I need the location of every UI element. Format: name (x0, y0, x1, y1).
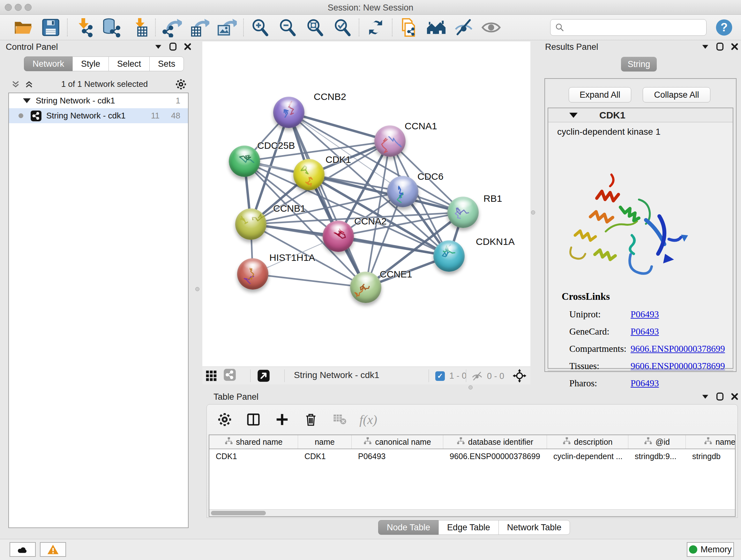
node-CDC6[interactable] (387, 176, 418, 207)
delete-columns-button[interactable] (302, 411, 319, 428)
scrollbar-thumb[interactable] (211, 511, 266, 515)
collapse-all-button[interactable]: Collapse All (643, 87, 711, 103)
collection-collapse-icon[interactable] (23, 98, 30, 103)
cell-canonical-name[interactable]: P06493 (352, 452, 443, 461)
share-view-button[interactable] (223, 369, 236, 382)
results-tab-string[interactable]: String (621, 57, 657, 71)
node-CDKN1A[interactable] (433, 240, 465, 272)
memory-button[interactable]: Memory (687, 542, 734, 557)
table-tab-network-table[interactable]: Network Table (498, 520, 570, 535)
show-all-button[interactable] (477, 17, 505, 38)
tab-select[interactable]: Select (109, 57, 150, 71)
selected-checkbox-icon[interactable]: ✓ (435, 371, 445, 381)
import-table-from-file-button[interactable] (125, 17, 152, 38)
expand-all-networks-icon[interactable] (11, 79, 20, 89)
column-header-namespace[interactable]: namespace (686, 435, 736, 449)
column-header-shared-name[interactable]: shared name (209, 435, 298, 449)
search-input[interactable] (568, 22, 702, 32)
cell-description[interactable]: cyclin-dependent ... (547, 452, 628, 461)
export-network-button[interactable] (158, 17, 186, 38)
open-session-button[interactable] (10, 17, 37, 38)
close-panel-icon[interactable] (730, 42, 740, 54)
open-in-new-button[interactable] (257, 369, 270, 382)
help-button[interactable]: ? (715, 18, 733, 37)
node-CCNA1[interactable] (374, 125, 406, 157)
section-collapse-icon[interactable] (569, 113, 578, 118)
table-horizontal-scrollbar[interactable] (209, 509, 735, 516)
apply-preferred-layout-button[interactable] (362, 17, 389, 38)
warnings-button[interactable] (40, 542, 66, 557)
column-header-database-identifier[interactable]: database identifier (443, 435, 547, 449)
cell-name[interactable]: CDK1 (298, 452, 352, 461)
float-panel-icon[interactable] (715, 391, 725, 404)
zoom-in-button[interactable] (246, 17, 274, 38)
collapse-panel-icon[interactable] (153, 42, 163, 54)
toolbar-separator (243, 18, 244, 37)
crosslink-compartments-link[interactable]: 9606.ENSP00000378699 (630, 344, 725, 354)
first-neighbors-button[interactable] (422, 17, 450, 38)
cell--id[interactable]: stringdb:9... (628, 452, 686, 461)
node-table[interactable]: shared namenamecanonical namedatabase id… (209, 435, 736, 517)
close-panel-icon[interactable] (183, 42, 193, 54)
column-header-name[interactable]: name (298, 435, 352, 449)
export-image-button[interactable] (213, 17, 241, 38)
zoom-selected-button[interactable] (329, 17, 356, 38)
float-panel-icon[interactable] (168, 42, 178, 54)
crosslink-pharos-link[interactable]: P06493 (630, 378, 659, 388)
tab-network[interactable]: Network (24, 57, 73, 71)
search-box[interactable] (550, 19, 706, 36)
import-network-from-file-button[interactable] (70, 17, 98, 38)
float-panel-icon[interactable] (715, 42, 725, 54)
hide-selected-button[interactable] (450, 17, 477, 38)
tab-sets[interactable]: Sets (149, 57, 184, 71)
network-options-gear-icon[interactable] (175, 78, 187, 90)
column-header-description[interactable]: description (547, 435, 628, 449)
column-header-canonical-name[interactable]: canonical name (352, 435, 443, 449)
right-splitter-handle[interactable] (531, 210, 535, 214)
cell-database-identifier[interactable]: 9606.ENSP00000378699 (443, 452, 547, 461)
collapse-panel-icon[interactable] (700, 42, 711, 54)
create-column-button[interactable] (274, 411, 290, 428)
column-header--id[interactable]: @id (628, 435, 686, 449)
crosslink-uniprot-link[interactable]: P06493 (630, 309, 659, 320)
network-collection-row[interactable]: String Network - cdk1 1 (9, 93, 188, 108)
node-CCNA2[interactable] (323, 221, 354, 252)
save-session-button[interactable] (37, 17, 64, 38)
import-network-from-database-button[interactable] (98, 17, 125, 38)
new-network-from-selection-button[interactable] (395, 17, 422, 38)
node-CDK1[interactable] (293, 159, 325, 190)
zoom-fit-button[interactable] (301, 17, 329, 38)
results-scroll-strip[interactable] (548, 370, 733, 371)
left-splitter-handle[interactable] (195, 287, 199, 291)
network-row[interactable]: String Network - cdk1 11 48 (9, 108, 188, 123)
cloud-status-button[interactable] (10, 542, 36, 557)
network-canvas[interactable]: CCNB2CCNA1CDC25BCDK1CDC6RB1CCNB1CCNA2CDK… (202, 42, 530, 367)
collapse-panel-icon[interactable] (700, 391, 711, 404)
expand-all-button[interactable]: Expand All (569, 87, 631, 103)
crosslink-tissues-link[interactable]: 9606.ENSP00000378699 (630, 361, 725, 371)
node-CCNB1[interactable] (235, 208, 266, 240)
close-panel-icon[interactable] (730, 391, 740, 404)
table-tab-edge-table[interactable]: Edge Table (439, 520, 499, 535)
table-mode-button[interactable] (216, 411, 233, 428)
horizontal-splitter-handle[interactable] (468, 385, 473, 389)
table-tab-node-table[interactable]: Node Table (378, 520, 439, 535)
collapse-all-networks-icon[interactable] (24, 79, 34, 89)
tab-style[interactable]: Style (72, 57, 109, 71)
node-HIST1H1A[interactable] (237, 258, 268, 290)
node-CDC25B[interactable] (229, 145, 260, 177)
show-hide-columns-button[interactable] (245, 411, 262, 428)
cell-namespace[interactable]: stringdb (686, 452, 736, 461)
crosslink-genecard-link[interactable]: P06493 (630, 326, 659, 337)
table-row[interactable]: CDK1CDK1P064939606.ENSP00000378699cyclin… (209, 449, 735, 463)
export-table-button[interactable] (186, 17, 213, 38)
node-CCNE1[interactable] (350, 272, 381, 303)
cell-shared-name[interactable]: CDK1 (209, 452, 298, 461)
grid-view-button[interactable] (205, 369, 218, 382)
zoom-out-button[interactable] (274, 17, 301, 38)
node-section-header[interactable]: CDK1 (548, 108, 733, 122)
edge-HIST1H1A-CCNE1[interactable] (253, 274, 366, 287)
navigator-button[interactable] (513, 369, 527, 383)
node-RB1[interactable] (448, 197, 479, 228)
node-CCNB2[interactable] (273, 97, 305, 128)
